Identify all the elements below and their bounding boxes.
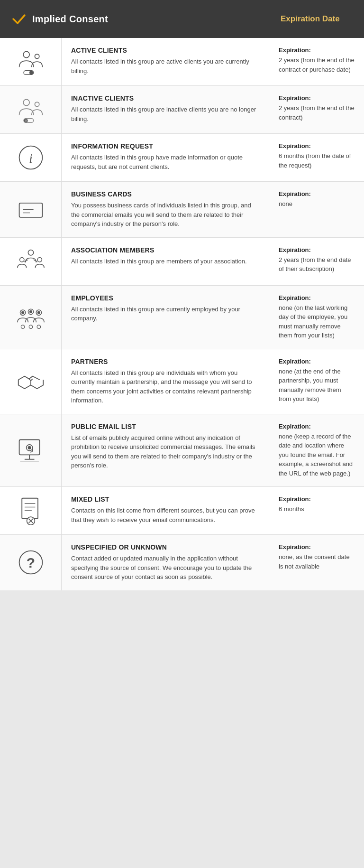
public-email-list-desc: List of emails publicly acquired online … <box>71 433 259 470</box>
row-partners: PARTNERS All contacts listed in this gro… <box>0 349 364 414</box>
public-email-list-icon-cell <box>0 414 62 487</box>
svg-point-7 <box>24 119 27 122</box>
active-clients-content: ACTIVE CLIENTS All contacts listed in th… <box>62 38 269 85</box>
mixed-list-desc: Contacts on this list come from differen… <box>71 506 259 524</box>
row-inactive-clients: INACTIVE CLIENTS All contacts listed in … <box>0 86 364 134</box>
page-container: Implied Consent Expiration Date <box>0 0 364 590</box>
information-request-expiration: Expiration: 6 months (from the date of t… <box>269 134 364 181</box>
public-email-list-icon <box>17 436 45 465</box>
partners-content: PARTNERS All contacts listed in this gro… <box>62 349 269 414</box>
inactive-clients-icon <box>17 95 45 124</box>
active-clients-exp-value: 2 years (from the end of the contract or… <box>279 56 355 74</box>
mixed-list-icon-cell <box>0 487 62 534</box>
unspecified-unknown-desc: Contact added or updated manually in the… <box>71 554 259 582</box>
employees-content: EMPLOYEES All contacts listed in this gr… <box>62 286 269 349</box>
inactive-clients-content: INACTIVE CLIENTS All contacts listed in … <box>62 86 269 133</box>
business-cards-icon <box>17 195 45 224</box>
partners-expiration: Expiration: none (at the end of the part… <box>269 349 364 414</box>
employees-exp-label: Expiration: <box>279 294 355 301</box>
information-request-content: INFORMATION REQUEST All contacts listed … <box>62 134 269 181</box>
association-members-exp-value: 2 years (from the end date of their subs… <box>279 255 355 274</box>
information-request-icon-cell: i <box>0 134 62 181</box>
employees-icon <box>17 303 45 331</box>
partners-exp-value: none (at the end of the partnership, you… <box>279 367 355 404</box>
employees-exp-value: none (on the last working day of the emp… <box>279 303 355 340</box>
mixed-list-expiration: Expiration: 6 months <box>269 487 364 534</box>
business-cards-content: BUSINESS CARDS You possess business card… <box>62 182 269 237</box>
mixed-list-exp-value: 6 months <box>279 504 355 514</box>
svg-rect-34 <box>22 498 38 519</box>
active-clients-desc: All contacts listed in this group are ac… <box>71 57 259 75</box>
svg-point-24 <box>21 325 25 329</box>
active-clients-title: ACTIVE CLIENTS <box>71 47 259 54</box>
public-email-list-title: PUBLIC EMAIL LIST <box>71 423 259 430</box>
employees-title: EMPLOYEES <box>71 294 259 302</box>
row-employees: EMPLOYEES All contacts listed in this gr… <box>0 286 364 349</box>
unspecified-unknown-expiration: Expiration: none, as the consent date is… <box>269 535 364 590</box>
svg-point-1 <box>35 54 39 58</box>
partners-exp-label: Expiration: <box>279 358 355 365</box>
association-members-icon <box>17 247 45 276</box>
inactive-clients-expiration: Expiration: 2 years (from the end of the… <box>269 86 364 133</box>
information-request-exp-label: Expiration: <box>279 142 355 149</box>
svg-point-4 <box>23 99 29 105</box>
inactive-clients-exp-value: 2 years (from the end of the contract) <box>279 103 355 122</box>
partners-title: PARTNERS <box>71 358 259 365</box>
employees-desc: All contacts listed in this group are cu… <box>71 305 259 323</box>
active-clients-icon-cell <box>0 38 62 85</box>
svg-point-25 <box>29 325 33 329</box>
association-members-expiration: Expiration: 2 years (from the end date o… <box>269 238 364 285</box>
business-cards-exp-value: none <box>279 199 355 209</box>
public-email-list-expiration: Expiration: none (keep a record of the d… <box>269 414 364 487</box>
unspecified-unknown-title: UNSPECIFIED OR UNKNOWN <box>71 543 259 551</box>
svg-point-5 <box>35 102 39 106</box>
header-left: Implied Consent <box>0 4 269 34</box>
unspecified-unknown-icon-cell: ? <box>0 535 62 590</box>
inactive-clients-exp-label: Expiration: <box>279 94 355 102</box>
mixed-list-exp-label: Expiration: <box>279 495 355 503</box>
active-clients-expiration: Expiration: 2 years (from the end of the… <box>269 38 364 85</box>
row-association-members: ASSOCIATION MEMBERS All contacts listed … <box>0 238 364 286</box>
public-email-list-exp-label: Expiration: <box>279 423 355 430</box>
svg-rect-10 <box>19 203 42 217</box>
svg-point-21 <box>29 310 32 313</box>
inactive-clients-title: INACTIVE CLIENTS <box>71 94 259 102</box>
mixed-list-content: MIXED LIST Contacts on this list come fr… <box>62 487 269 534</box>
svg-point-23 <box>37 311 40 314</box>
information-request-exp-value: 6 months (from the date of the request) <box>279 151 355 170</box>
svg-point-15 <box>37 257 42 261</box>
header: Implied Consent Expiration Date <box>0 0 364 38</box>
svg-text:?: ? <box>26 555 35 571</box>
employees-expiration: Expiration: none (on the last working da… <box>269 286 364 349</box>
business-cards-desc: You possess business cards of individual… <box>71 201 259 229</box>
expiration-col-header: Expiration Date <box>281 14 340 24</box>
unspecified-unknown-content: UNSPECIFIED OR UNKNOWN Contact added or … <box>62 535 269 590</box>
svg-point-26 <box>37 325 41 329</box>
svg-text:i: i <box>29 151 33 166</box>
public-email-list-content: PUBLIC EMAIL LIST List of emails publicl… <box>62 414 269 487</box>
unspecified-unknown-exp-value: none, as the consent date is not availab… <box>279 552 355 571</box>
information-request-title: INFORMATION REQUEST <box>71 142 259 150</box>
business-cards-title: BUSINESS CARDS <box>71 190 259 198</box>
information-request-desc: All contacts listed in this group have m… <box>71 153 259 171</box>
active-clients-icon <box>17 47 45 76</box>
active-clients-exp-label: Expiration: <box>279 47 355 54</box>
association-members-desc: All contacts listed in this group are me… <box>71 257 259 266</box>
table-body: ACTIVE CLIENTS All contacts listed in th… <box>0 38 364 590</box>
row-business-cards: BUSINESS CARDS You possess business card… <box>0 182 364 238</box>
svg-point-14 <box>19 257 24 261</box>
unspecified-unknown-exp-label: Expiration: <box>279 543 355 551</box>
business-cards-exp-label: Expiration: <box>279 190 355 197</box>
row-mixed-list: MIXED LIST Contacts on this list come fr… <box>0 487 364 535</box>
row-unspecified-unknown: ? UNSPECIFIED OR UNKNOWN Contact added o… <box>0 535 364 590</box>
information-request-icon: i <box>17 143 45 172</box>
svg-point-19 <box>21 311 24 314</box>
association-members-icon-cell <box>0 238 62 285</box>
association-members-content: ASSOCIATION MEMBERS All contacts listed … <box>62 238 269 285</box>
public-email-list-exp-value: none (keep a record of the date and loca… <box>279 432 355 478</box>
mixed-list-icon <box>17 496 45 525</box>
header-right: Expiration Date <box>269 7 364 31</box>
partners-desc: All contacts listed in this group are in… <box>71 368 259 405</box>
header-title: Implied Consent <box>32 14 108 25</box>
unspecified-unknown-icon: ? <box>17 548 45 577</box>
